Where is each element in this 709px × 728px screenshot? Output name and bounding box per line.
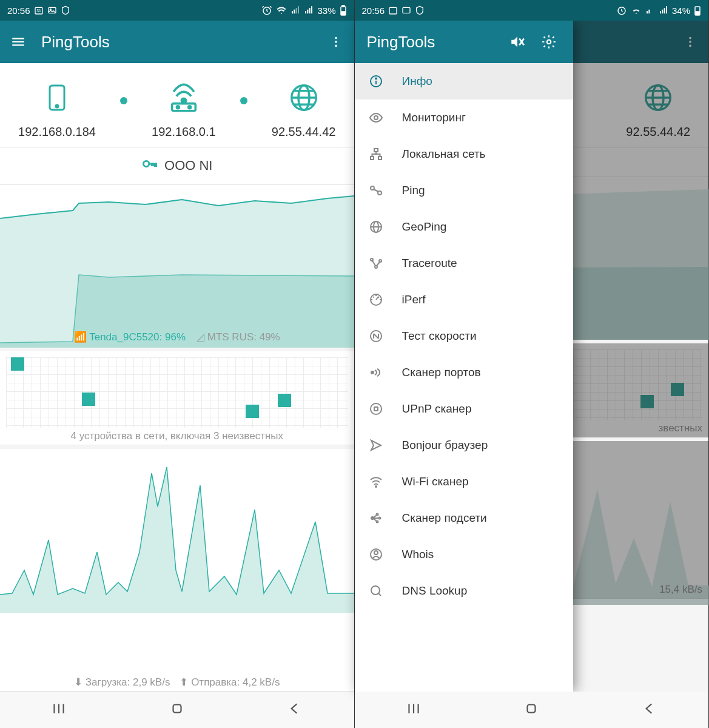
- back-button[interactable]: [642, 701, 657, 719]
- svg-text:31: 31: [36, 8, 41, 13]
- home-button[interactable]: [523, 701, 539, 719]
- drawer-item-subnet-scanner[interactable]: Сканер подсети: [355, 500, 573, 536]
- drawer-item-lan[interactable]: Локальная сеть: [355, 136, 573, 172]
- ping-icon: [367, 183, 385, 198]
- svg-point-48: [371, 258, 373, 261]
- drawer-item-label: Traceroute: [402, 257, 457, 270]
- globe-icon-bg: [642, 80, 674, 118]
- image-icon: [47, 5, 57, 15]
- status-time: 20:56: [7, 5, 30, 16]
- android-nav-bar: [355, 692, 709, 728]
- shield-icon: [415, 5, 425, 15]
- home-button[interactable]: [169, 701, 185, 719]
- download-label: Загрузка: 2,9 kB/s: [86, 676, 170, 688]
- connection-dot-icon: [240, 97, 247, 104]
- upload-label: Отправка: 4,2 kB/s: [191, 676, 280, 688]
- svg-rect-43: [378, 157, 381, 160]
- drawer-item-label: Bonjour браузер: [402, 439, 488, 452]
- svg-point-62: [371, 586, 380, 595]
- drawer-item-label: Инфо: [402, 75, 432, 88]
- router-ip-block[interactable]: 192.168.0.1: [152, 80, 216, 139]
- svg-point-8: [335, 37, 337, 39]
- devices-grid: [6, 357, 348, 428]
- drawer-item-label: Тест скорости: [402, 329, 477, 343]
- drawer-item-label: Whois: [402, 548, 434, 561]
- traffic-chart[interactable]: ⬇ Загрузка: 2,9 kB/s ⬆ Отправка: 4,2 kB/…: [0, 449, 354, 692]
- globe-icon: [287, 80, 320, 118]
- alarm-icon: [261, 5, 272, 16]
- device-marker: [246, 405, 259, 418]
- svg-point-15: [176, 106, 179, 109]
- svg-point-54: [371, 403, 381, 414]
- device-marker: [82, 393, 95, 406]
- svg-point-10: [335, 45, 337, 47]
- drawer-item-monitoring[interactable]: Мониторинг: [355, 99, 573, 136]
- svg-point-61: [374, 551, 378, 554]
- bonjour-icon: [367, 438, 385, 453]
- back-button[interactable]: [287, 701, 303, 719]
- drawer-item-ping[interactable]: Ping: [355, 172, 573, 209]
- drawer-header: PingTools: [355, 21, 573, 63]
- drawer-item-label: Wi-Fi сканер: [402, 475, 469, 488]
- drawer-item-wifi-scanner[interactable]: Wi-Fi сканер: [355, 463, 573, 500]
- phone-right: 92.55.44.42 US: 49% звестных 15,4 kB/s: [355, 0, 710, 728]
- drawer-title: PingTools: [367, 33, 498, 52]
- drawer-item-dns-lookup[interactable]: DNS Lookup: [355, 573, 573, 609]
- drawer-list[interactable]: Инфо Мониторинг Локальная сеть Ping GeoP…: [355, 63, 573, 692]
- ports-icon: [367, 365, 385, 380]
- svg-rect-23: [173, 705, 181, 713]
- wan-ip-block[interactable]: 92.55.44.42: [272, 80, 336, 139]
- cell-signal-label: MTS RUS: 49%: [207, 331, 280, 343]
- drawer-item-upnp[interactable]: UPnP сканер: [355, 391, 573, 427]
- mute-button[interactable]: [505, 34, 529, 50]
- device-ip-block[interactable]: 192.168.0.184: [18, 80, 96, 139]
- lan-icon: [367, 147, 385, 161]
- vpn-key-icon: [141, 155, 158, 176]
- svg-point-16: [189, 106, 191, 109]
- svg-point-24: [689, 37, 691, 39]
- recents-button[interactable]: [406, 701, 422, 719]
- wifi-signal-label: Tenda_9C5520: 96%: [89, 331, 186, 343]
- svg-rect-66: [528, 705, 536, 713]
- info-icon: [367, 74, 385, 89]
- status-battery: 33%: [317, 5, 335, 16]
- svg-rect-30: [403, 7, 410, 13]
- drawer-item-info[interactable]: Инфо: [355, 63, 573, 99]
- isp-row[interactable]: OOO NI: [0, 148, 354, 185]
- svg-point-19: [144, 161, 149, 166]
- drawer-item-iperf[interactable]: iPerf: [355, 281, 573, 318]
- settings-button[interactable]: [537, 34, 561, 50]
- svg-rect-33: [696, 12, 699, 15]
- svg-point-40: [374, 116, 378, 120]
- device-marker: [278, 394, 291, 407]
- status-bar: 20:56 34%: [355, 0, 709, 21]
- drawer-item-speedtest[interactable]: Тест скорости: [355, 318, 573, 354]
- drawer-item-geoping[interactable]: GeoPing: [355, 209, 573, 245]
- drawer-item-portscanner[interactable]: Сканер портов: [355, 354, 573, 391]
- signal-chart[interactable]: 📶 Tenda_9C5520: 96% ◿ MTS RUS: 49%: [0, 185, 354, 348]
- svg-point-58: [378, 517, 380, 519]
- drawer-item-traceroute[interactable]: Traceroute: [355, 245, 573, 281]
- device-ip: 192.168.0.184: [18, 125, 96, 139]
- download-icon: ⬇: [74, 676, 82, 688]
- router-icon: [166, 80, 201, 118]
- signal-icon-2: [659, 5, 668, 15]
- network-summary[interactable]: 192.168.0.184 192.168.0.1 92.55.44.42: [0, 63, 354, 148]
- overflow-menu-button[interactable]: [324, 30, 348, 54]
- signal-labels: 📶 Tenda_9C5520: 96% ◿ MTS RUS: 49%: [0, 331, 354, 343]
- svg-point-39: [375, 78, 377, 79]
- overflow-menu-button-bg: [678, 30, 702, 54]
- wifi-small-icon: 📶: [74, 331, 87, 343]
- devices-chart[interactable]: 4 устройства в сети, включая 3 неизвестн…: [0, 351, 354, 445]
- drawer-item-bonjour[interactable]: Bonjour браузер: [355, 427, 573, 463]
- status-bar: 20:56 31 33%: [0, 0, 354, 21]
- drawer-item-label: DNS Lookup: [402, 584, 468, 598]
- signal-icon-2: [304, 5, 314, 15]
- drawer-item-label: UPnP сканер: [402, 402, 472, 416]
- svg-rect-7: [341, 12, 345, 15]
- svg-rect-29: [389, 7, 397, 14]
- menu-button[interactable]: [6, 30, 30, 54]
- wan-ip-bg: 92.55.44.42: [626, 125, 690, 139]
- drawer-item-whois[interactable]: Whois: [355, 536, 573, 573]
- recents-button[interactable]: [51, 701, 67, 719]
